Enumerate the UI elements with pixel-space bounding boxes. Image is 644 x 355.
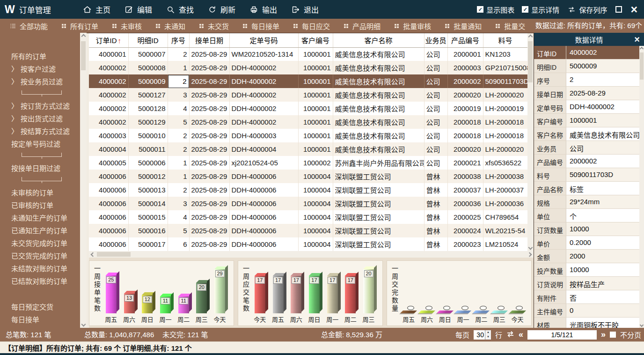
cell[interactable]: 2000036 bbox=[447, 197, 483, 210]
cell[interactable]: 2025-08-29 bbox=[189, 210, 229, 224]
cell[interactable]: DDH-4000006 bbox=[229, 183, 298, 197]
table-row[interactable]: 4000002500012842025-08-29DDH-40000021000… bbox=[89, 102, 527, 115]
detail-field-value[interactable]: 29*24mm bbox=[566, 195, 639, 208]
cell[interactable]: 2 bbox=[168, 142, 189, 156]
cell[interactable]: 4000002 bbox=[89, 74, 128, 88]
column-header-订单ID[interactable]: 订单ID↑ bbox=[89, 33, 128, 47]
cell[interactable]: 2025-08-29 bbox=[189, 102, 229, 115]
cell[interactable]: 5000007 bbox=[128, 47, 168, 61]
cell[interactable]: GP210715008 bbox=[483, 61, 527, 74]
nav-output-button[interactable]: 输出 bbox=[242, 0, 284, 19]
detail-field-value[interactable]: 10000 bbox=[566, 263, 639, 276]
cell[interactable]: DDH-4000004 bbox=[229, 142, 298, 156]
cell[interactable]: WM20210520-1314 bbox=[229, 47, 298, 61]
spinner-down-icon[interactable]: ▼ bbox=[485, 335, 491, 340]
cell[interactable]: 2000038 bbox=[447, 170, 483, 183]
cell[interactable]: xj20210524-05 bbox=[229, 156, 298, 170]
cell[interactable]: 2025-08-29 bbox=[189, 129, 229, 142]
cell[interactable]: LH-2000018 bbox=[483, 115, 527, 129]
cell[interactable]: DDH-4000002 bbox=[229, 102, 298, 115]
cell[interactable]: 2000018 bbox=[447, 129, 483, 142]
table-row[interactable]: 4000005500000612025-08-29xj20210524-0510… bbox=[89, 156, 527, 170]
prev-page-button[interactable]: « bbox=[519, 330, 523, 340]
detail-field-value[interactable]: 5090011703D bbox=[566, 168, 639, 181]
tab-每日接单[interactable]: 每日接单 bbox=[235, 19, 286, 33]
cell[interactable]: 2025-08-29 bbox=[189, 115, 229, 129]
cell[interactable]: 4000006 bbox=[89, 170, 128, 183]
column-header-业务员[interactable]: 业务员 bbox=[424, 33, 447, 47]
cell[interactable]: 1000001 bbox=[298, 74, 333, 88]
cell[interactable]: 4000005 bbox=[89, 156, 128, 170]
per-page-input[interactable]: 30 ▲▼ bbox=[474, 330, 491, 340]
cell[interactable]: 2025-08-29 bbox=[189, 47, 229, 61]
sidebar-item[interactable]: 已通知生产的订单 bbox=[0, 224, 87, 237]
sidebar-item[interactable]: 已交货完成的订单 bbox=[0, 249, 87, 262]
cell[interactable]: 1 bbox=[168, 156, 189, 170]
maximize-button[interactable] bbox=[615, 6, 622, 13]
cell[interactable]: 5 bbox=[168, 115, 189, 129]
spinner-up-icon[interactable]: ▲ bbox=[485, 330, 491, 335]
sidebar-item[interactable]: 未结款对账的订单 bbox=[0, 262, 87, 274]
cell[interactable]: 2 bbox=[168, 129, 189, 142]
cell[interactable]: 1000001 bbox=[298, 115, 333, 129]
detail-field-value[interactable]: 0.2000 bbox=[566, 236, 639, 249]
sidebar-item[interactable]: 所有的订单 bbox=[0, 50, 87, 62]
tab-all-functions[interactable]: 全部功能 bbox=[3, 19, 54, 33]
cell[interactable]: 1000004 bbox=[298, 170, 333, 183]
cell[interactable]: 威美信息技术有限公司 bbox=[333, 129, 424, 142]
cell[interactable]: 2000019 bbox=[447, 102, 483, 115]
cell[interactable]: LH-2000038 bbox=[483, 170, 527, 183]
toggle-show-charts[interactable]: ✓显示图表 bbox=[477, 5, 514, 15]
cell[interactable]: 4000002 bbox=[89, 102, 128, 115]
cell[interactable]: 4000006 bbox=[89, 210, 128, 224]
tab-未审核[interactable]: 未审核 bbox=[105, 19, 148, 33]
cell[interactable]: 1 bbox=[168, 61, 189, 74]
cell[interactable]: DDH-4000006 bbox=[229, 224, 298, 237]
table-row[interactable]: 4000001500000722025-08-29WM20210520-1314… bbox=[89, 47, 527, 61]
column-header-产品编号[interactable]: 产品编号 bbox=[447, 33, 483, 47]
cell[interactable]: 2025-08-29 bbox=[189, 224, 229, 237]
cell[interactable]: 公司 bbox=[424, 74, 447, 88]
toggle-show-details[interactable]: ✓显示详情 bbox=[522, 5, 559, 15]
cell[interactable]: 1000001 bbox=[298, 88, 333, 102]
cell[interactable]: 5000006 bbox=[128, 156, 168, 170]
detail-field-value[interactable]: 10000 bbox=[566, 222, 639, 236]
cell[interactable]: 2000018 bbox=[447, 115, 483, 129]
table-row[interactable]: 4000006500001432025-08-29DDH-40000061000… bbox=[89, 197, 527, 210]
cell[interactable]: 4000001 bbox=[89, 47, 128, 61]
cell[interactable]: 公司 bbox=[424, 115, 447, 129]
cell-edit-input[interactable]: 2 bbox=[168, 75, 189, 88]
cell[interactable]: 5000015 bbox=[128, 210, 168, 224]
cell[interactable]: 2000021 bbox=[447, 156, 483, 170]
cell[interactable]: 威美信息技术有限公司 bbox=[333, 61, 424, 74]
cell[interactable]: 2000023 bbox=[447, 237, 483, 251]
table-row[interactable]: 4000006500001322025-08-29DDH-40000061000… bbox=[89, 183, 527, 197]
nav-edit-button[interactable]: 编辑 bbox=[117, 0, 159, 19]
table-row[interactable]: 4000002500000922025-08-29DDH-40000021000… bbox=[89, 74, 527, 88]
page-indicator[interactable]: 1/5/121 bbox=[527, 330, 597, 340]
cell[interactable]: 2000020 bbox=[447, 88, 483, 102]
table-row[interactable]: 4000006500001212025-08-29DDH-40000061000… bbox=[89, 170, 527, 183]
cell[interactable]: 2000003 bbox=[447, 61, 483, 74]
reload-page-button[interactable] bbox=[506, 330, 514, 340]
detail-field-value[interactable]: 按样品生产 bbox=[566, 277, 639, 290]
cell[interactable]: 5000012 bbox=[128, 170, 168, 183]
cell[interactable]: 威美信息技术有限公司 bbox=[333, 102, 424, 115]
cell[interactable]: 5000011 bbox=[128, 142, 168, 156]
tab-未交货[interactable]: 未交货 bbox=[192, 19, 235, 33]
cell[interactable]: 2000024 bbox=[447, 224, 483, 237]
tab-未通知[interactable]: 未通知 bbox=[148, 19, 192, 33]
cell[interactable]: 公司 bbox=[424, 129, 447, 142]
cell[interactable]: 1000002 bbox=[298, 156, 333, 170]
no-paging-checkbox[interactable] bbox=[610, 332, 616, 338]
detail-field-value[interactable]: 标签 bbox=[566, 182, 639, 195]
cell[interactable]: 6 bbox=[168, 237, 189, 251]
cell[interactable]: 4000006 bbox=[89, 197, 128, 210]
cell[interactable]: 4000006 bbox=[89, 237, 128, 251]
cell[interactable]: 深圳联盟工贸公司 bbox=[333, 224, 424, 237]
cell[interactable]: 公司 bbox=[424, 102, 447, 115]
cell[interactable]: 1000001 bbox=[298, 142, 333, 156]
cell[interactable]: DDH-4000002 bbox=[229, 61, 298, 74]
scrollbar-thumb[interactable] bbox=[81, 41, 86, 70]
cell[interactable]: 2000025 bbox=[447, 210, 483, 224]
